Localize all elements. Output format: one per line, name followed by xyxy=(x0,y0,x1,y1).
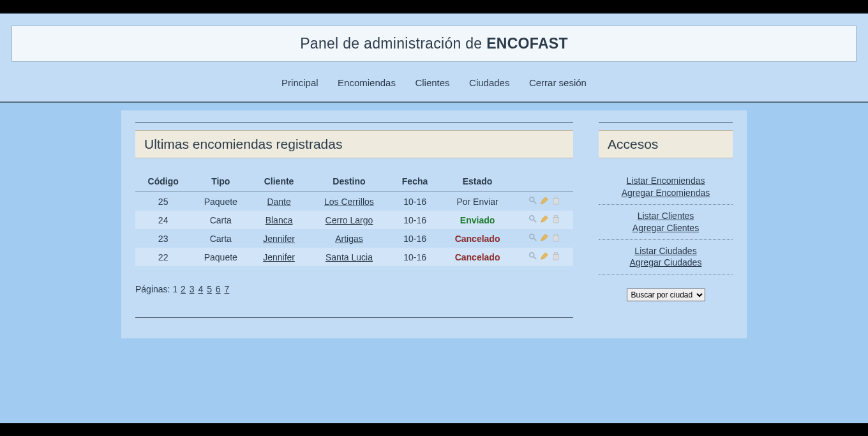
link-cliente[interactable]: Jennifer xyxy=(263,234,295,244)
title-prefix: Panel de administración de xyxy=(300,35,486,52)
cell-cliente: Jennifer xyxy=(250,229,308,248)
nav-cerrar-sesion[interactable]: Cerrar sesión xyxy=(529,77,587,88)
divider xyxy=(599,122,733,123)
encomiendas-table: Código Tipo Cliente Destino Fecha Estado… xyxy=(135,171,573,266)
search-city-wrap: Buscar por ciudad xyxy=(599,289,733,301)
page-link[interactable]: 4 xyxy=(198,284,203,294)
link-cliente[interactable]: Jennifer xyxy=(263,252,295,262)
cell-actions xyxy=(516,229,573,248)
page-current: 1 xyxy=(172,284,177,294)
status-text: Por Enviar xyxy=(456,197,498,207)
cell-estado: Cancelado xyxy=(439,229,516,248)
cell-cliente: Dante xyxy=(250,192,308,211)
divider-bottom xyxy=(135,317,573,318)
sidebar-links: Listar Encomiendas Agregar Encomiendas L… xyxy=(599,170,733,274)
nav-clientes[interactable]: Clientes xyxy=(415,77,449,88)
main-nav: Principal Encomiendas Clientes Ciudades … xyxy=(11,62,857,91)
cell-cliente: Jennifer xyxy=(250,248,308,266)
view-icon[interactable] xyxy=(528,196,537,205)
link-destino[interactable]: Santa Lucia xyxy=(326,252,373,262)
edit-icon[interactable] xyxy=(540,214,549,223)
nav-ciudades[interactable]: Ciudades xyxy=(469,77,509,88)
pagination-label: Páginas: xyxy=(135,284,172,294)
table-row: 25PaqueteDanteLos Cerrillos10-16Por Envi… xyxy=(135,192,573,211)
table-row: 24CartaBlancaCerro Largo10-16Enviado xyxy=(135,211,573,229)
cell-estado: Por Enviar xyxy=(439,192,516,211)
brand: ENCOFAST xyxy=(486,35,568,52)
cell-fecha: 10-16 xyxy=(391,248,439,266)
cell-tipo: Carta xyxy=(191,211,250,229)
edit-icon[interactable] xyxy=(540,196,549,205)
cell-estado: Enviado xyxy=(439,211,516,229)
col-actions xyxy=(516,171,573,192)
cell-tipo: Paquete xyxy=(191,192,250,211)
section-title-accesos: Accesos xyxy=(599,130,733,158)
col-destino: Destino xyxy=(308,171,391,192)
col-codigo: Código xyxy=(135,171,191,192)
link-listar-encomiendas[interactable]: Listar Encomiendas xyxy=(599,175,733,187)
cell-tipo: Carta xyxy=(191,229,250,248)
view-icon[interactable] xyxy=(528,252,537,260)
table-row: 22PaqueteJenniferSanta Lucia10-16Cancela… xyxy=(135,248,573,266)
link-destino[interactable]: Cerro Largo xyxy=(326,215,373,225)
link-agregar-clientes[interactable]: Agregar Clientes xyxy=(599,222,733,234)
cell-destino: Santa Lucia xyxy=(308,248,391,266)
link-cliente[interactable]: Blanca xyxy=(266,215,293,225)
link-destino[interactable]: Artigas xyxy=(335,234,363,244)
content-container: Ultimas encomiendas registradas Código T… xyxy=(121,110,747,338)
cell-actions xyxy=(516,248,573,266)
link-listar-ciudades[interactable]: Listar Ciudades xyxy=(599,245,733,257)
cell-destino: Artigas xyxy=(308,229,391,248)
table-header-row: Código Tipo Cliente Destino Fecha Estado xyxy=(135,171,573,192)
cell-fecha: 10-16 xyxy=(391,192,439,211)
link-agregar-encomiendas[interactable]: Agregar Encomiendas xyxy=(599,187,733,199)
status-text: Cancelado xyxy=(455,252,500,262)
cell-actions xyxy=(516,192,573,211)
cell-cliente: Blanca xyxy=(250,211,308,229)
cell-fecha: 10-16 xyxy=(391,229,439,248)
cell-destino: Cerro Largo xyxy=(308,211,391,229)
bottom-black-bar xyxy=(0,423,868,436)
edit-icon[interactable] xyxy=(540,233,549,242)
edit-icon[interactable] xyxy=(540,252,549,260)
view-icon[interactable] xyxy=(528,214,537,223)
nav-encomiendas[interactable]: Encomiendas xyxy=(338,77,396,88)
status-text: Cancelado xyxy=(455,234,500,244)
page: Panel de administración de ENCOFAST Prin… xyxy=(0,13,868,338)
cell-tipo: Paquete xyxy=(191,248,250,266)
main-column: Ultimas encomiendas registradas Código T… xyxy=(135,122,573,318)
table-wrap: Código Tipo Cliente Destino Fecha Estado… xyxy=(135,171,573,266)
link-listar-clientes[interactable]: Listar Clientes xyxy=(599,210,733,222)
header-panel: Panel de administración de ENCOFAST Prin… xyxy=(0,13,868,103)
page-link[interactable]: 6 xyxy=(216,284,221,294)
section-title-encomiendas: Ultimas encomiendas registradas xyxy=(135,130,573,158)
page-link[interactable]: 3 xyxy=(190,284,195,294)
delete-icon[interactable] xyxy=(551,196,560,205)
delete-icon[interactable] xyxy=(551,214,560,223)
link-destino[interactable]: Los Cerrillos xyxy=(324,197,374,207)
cell-codigo: 25 xyxy=(135,192,191,211)
page-title-bar: Panel de administración de ENCOFAST xyxy=(11,26,857,62)
nav-principal[interactable]: Principal xyxy=(281,77,318,88)
divider xyxy=(135,122,573,123)
sidebar-group-clientes: Listar Clientes Agregar Clientes xyxy=(599,205,733,240)
view-icon[interactable] xyxy=(528,233,537,242)
sidebar-group-ciudades: Listar Ciudades Agregar Ciudades xyxy=(599,240,733,275)
search-city-select[interactable]: Buscar por ciudad xyxy=(627,289,705,301)
cell-codigo: 23 xyxy=(135,229,191,248)
delete-icon[interactable] xyxy=(551,233,560,242)
cell-codigo: 24 xyxy=(135,211,191,229)
cell-actions xyxy=(516,211,573,229)
page-link[interactable]: 5 xyxy=(207,284,212,294)
status-text: Enviado xyxy=(460,215,495,225)
col-estado: Estado xyxy=(439,171,516,192)
page-link[interactable]: 7 xyxy=(225,284,230,294)
cell-fecha: 10-16 xyxy=(391,211,439,229)
delete-icon[interactable] xyxy=(551,252,560,260)
cell-estado: Cancelado xyxy=(439,248,516,266)
col-tipo: Tipo xyxy=(191,171,250,192)
top-black-bar xyxy=(0,0,868,13)
link-agregar-ciudades[interactable]: Agregar Ciudades xyxy=(599,257,733,269)
link-cliente[interactable]: Dante xyxy=(267,197,290,207)
page-link[interactable]: 2 xyxy=(181,284,186,294)
